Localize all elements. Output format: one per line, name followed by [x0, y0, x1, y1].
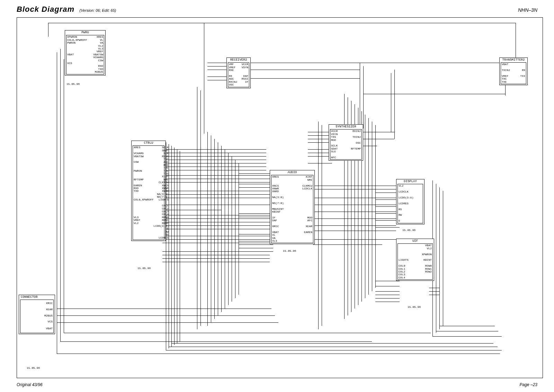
connector-label-4: VBAT [21, 325, 53, 332]
synthesizer-right-signals: RXINJ TXINJ OSC RFTEMP [351, 130, 361, 159]
date-display: 15.05.96 [402, 229, 416, 232]
block-audio: AUDIO XRES XNCS XNWR XNRD NA(3:0) ND(7:0… [270, 170, 315, 244]
audio-right-signals: XINT NMI CLKMCU LCDCLK MOD AFC XEAR EARE… [302, 176, 312, 242]
block-receiver2-title: RECEIVER2 [228, 59, 249, 62]
date-ctrlu: 15.05.96 [137, 267, 151, 270]
transmitter2-left-signals: VBAT TXINJ VREF TXC TXE [502, 63, 510, 83]
pwru-left-signals: XPWRON COL0,XPWROFF PWRON VBAT VCS [67, 36, 87, 73]
block-receiver2: RECEIVER2 VRF VREF RXE RX AGC RXINJ OSC … [226, 57, 251, 88]
connector-label-0: XMIC [21, 300, 53, 306]
footer-right: Page –23 [520, 382, 537, 387]
uif-left-signals: LIGHTS COL0 COL1 COL2 COL3 COL4 [399, 244, 409, 279]
block-audio-title: AUDIO [271, 171, 313, 175]
block-uif: UIF LIGHTS COL0 COL1 COL2 COL3 COL4 VBAT… [396, 239, 434, 281]
connector-label-2: M2BUS [21, 313, 53, 319]
transmitter2-right-signals: RX TXI [520, 63, 525, 83]
pwru-right-signals: XRES VL VA VL2 VL3 VREF VBATSW VCHARG CS… [93, 36, 103, 73]
block-ctrlu-title: CTRLU [133, 142, 164, 145]
block-synthesizer: SYNTHESIZER VCCR VSYN TXS MOD SCLK SDAT … [329, 124, 363, 161]
connector-label-1: XEAR [21, 306, 53, 313]
footer-left: Original 43/96 [17, 382, 43, 387]
block-ctrlu: CTRLU XRES VCHARG VBATSW CSW PWRON RFTEM… [131, 141, 166, 241]
block-connector-title: CONNECTOR [20, 296, 54, 299]
ctrlu-left-signals: XRES VCHARG VBATSW CSW PWRON RFTEMP EARE… [134, 146, 154, 239]
connector-label-3: VCS [21, 319, 53, 325]
block-transmitter2-title: TRANSMITTER2 [501, 59, 526, 62]
block-pwru: PWRU XPWRON COL0,XPWROFF PWRON VBAT VCS … [65, 30, 106, 75]
block-display: DISPLAY VL2 LCDCLK LCDD(3:8) LCDRES RS R… [396, 179, 425, 224]
audio-left-signals: XRES XNCS XNWR XNRD NA(3:0) ND(7:0) MBUS… [272, 176, 284, 242]
display-left-signals: VL2 LCDCLK LCDD(3:8) LCDRES RS RW E [399, 185, 422, 222]
synthesizer-left-signals: VCCR VSYN TXS MOD SCLK SDAT SLE AFC [331, 130, 338, 159]
block-synthesizer-title: SYNTHESIZER [330, 125, 362, 129]
block-connector: CONNECTOR XMIC XEAR M2BUS VCS VBAT [19, 295, 55, 334]
block-transmitter2: TRANSMITTER2 VBAT TXINJ VREF TXC TXE RX … [499, 57, 528, 85]
block-display-title: DISPLAY [397, 180, 423, 184]
receiver2-left-signals: VRF VREF RXE RX AGC RXINJ OSC [229, 63, 237, 86]
part-number: NHN–3N [518, 7, 537, 13]
date-pwru: 15.05.96 [66, 83, 80, 86]
block-pwru-title: PWRU [66, 31, 104, 35]
ctrlu-right-signals: SCLK SDAT SLE RSSI TXI AGC RXE TXC TXE T… [154, 146, 169, 239]
date-uif: 15.05.96 [408, 306, 421, 309]
page-title: Block Diagram [17, 5, 74, 14]
block-uif-title: UIF [397, 240, 433, 243]
date-connector: 15.05.96 [27, 367, 40, 369]
date-audio: 15.05.96 [283, 250, 296, 252]
version-label: (Version: 06; Edit: 65) [80, 8, 116, 12]
receiver2-right-signals: VCCR VSYN DAF RSSI IF [242, 63, 248, 86]
uif-right-signals: VBAT VL2 XPWRON KBINT ROW0 ROW1 ROW2 [422, 244, 432, 279]
diagram-canvas: PWRU XPWRON COL0,XPWROFF PWRON VBAT VCS … [17, 17, 543, 378]
